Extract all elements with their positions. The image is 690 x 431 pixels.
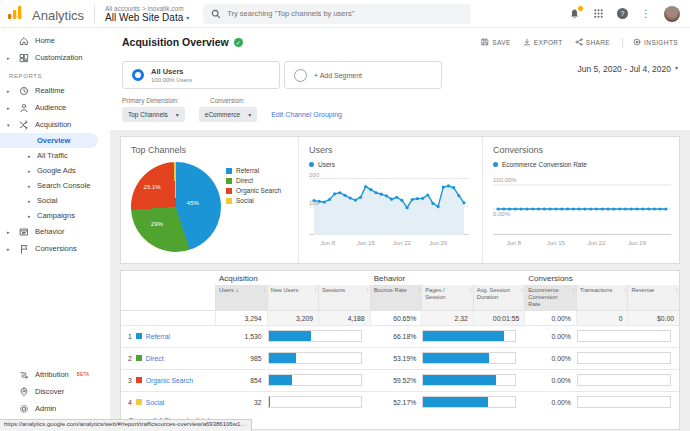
metric-value: 32 bbox=[215, 391, 267, 413]
table-row-referral: 1Referral1,53066.18%0.00% bbox=[121, 325, 679, 347]
avatar[interactable] bbox=[664, 6, 680, 22]
sidebar-item-label: Discover bbox=[35, 387, 64, 396]
column-header-transactions[interactable]: Transactions↕ bbox=[576, 285, 628, 310]
save-icon bbox=[481, 38, 489, 47]
sidebar-item-social[interactable]: ▸Social bbox=[0, 193, 110, 208]
conversion-dropdown[interactable]: eCommerce▾ bbox=[199, 107, 257, 122]
sidebar-item-all-traffic[interactable]: ▸All Traffic bbox=[0, 148, 110, 163]
more-options-icon[interactable]: ⋮ bbox=[641, 8, 651, 19]
sidebar-item-customization[interactable]: ▸Customization bbox=[0, 49, 110, 66]
legend-swatch-icon bbox=[226, 168, 232, 174]
account-breadcrumb: All accounts > inovatik.com bbox=[105, 5, 189, 12]
channel-link[interactable]: Organic Search bbox=[146, 377, 193, 384]
row-rank: 3 bbox=[128, 377, 132, 384]
sidebar-item-attribution[interactable]: AttributionBETA bbox=[0, 366, 110, 383]
search-input[interactable] bbox=[227, 9, 463, 18]
conversions-panel: Conversions Ecommerce Conversion Rate 10… bbox=[483, 137, 679, 263]
save-button[interactable]: SAVE bbox=[481, 38, 510, 47]
add-segment-button[interactable]: + Add Segment bbox=[284, 61, 442, 89]
group-header-acquisition: Acquisition bbox=[215, 271, 370, 285]
bar-fill bbox=[269, 331, 311, 341]
share-button[interactable]: SHARE bbox=[575, 38, 610, 47]
column-header-sessions[interactable]: Sessions↕ bbox=[318, 285, 370, 310]
sidebar-item-overview[interactable]: Overview bbox=[0, 133, 98, 148]
export-button[interactable]: EXPORT bbox=[523, 38, 563, 47]
bar-track bbox=[268, 396, 362, 408]
segment-detail: 100.00% Users bbox=[151, 77, 192, 83]
sidebar-item-search-console[interactable]: ▸Search Console bbox=[0, 178, 110, 193]
metric-value: 1,530 bbox=[215, 325, 267, 347]
column-header-users[interactable]: Users↓↕ bbox=[215, 285, 267, 310]
sidebar-item-conversions[interactable]: ▸Conversions bbox=[0, 240, 110, 257]
date-range-picker[interactable]: Jun 5, 2020 - Jul 4, 2020 ▾ bbox=[577, 61, 678, 89]
sidebar-item-acquisition[interactable]: ▾Acquisition bbox=[0, 116, 110, 133]
chevron-down-icon: ▾ bbox=[176, 111, 179, 118]
chevron-right-icon: ▸ bbox=[28, 153, 33, 159]
sidebar-item-audience[interactable]: ▸Audience bbox=[0, 99, 110, 116]
total-sessions: 4,188 bbox=[318, 310, 370, 325]
sort-toggle-icon: ↕ bbox=[315, 287, 318, 293]
global-search[interactable] bbox=[203, 4, 471, 24]
table-row-social: 4Social3252.17%0.00% bbox=[121, 391, 679, 413]
conversions-line-chart[interactable]: 100.00%0.00% bbox=[493, 173, 671, 239]
sidebar-item-realtime[interactable]: ▸Realtime bbox=[0, 82, 110, 99]
total-avg-session-duration: 00:01:55 bbox=[473, 310, 525, 325]
sidebar-item-campaigns[interactable]: ▸Campaigns bbox=[0, 208, 110, 223]
legend-item-social: Social bbox=[226, 197, 281, 204]
legend-label: Organic Search bbox=[236, 187, 281, 194]
segment-ring-icon bbox=[132, 69, 144, 81]
sidebar-item-label: Search Console bbox=[37, 181, 90, 190]
sidebar-item-behavior[interactable]: ▸Behavior bbox=[0, 223, 110, 240]
primary-dimension-dropdown[interactable]: Top Channels▾ bbox=[122, 107, 185, 122]
table-row-direct: 2Direct98553.19%0.00% bbox=[121, 347, 679, 369]
chevron-right-icon: ▸ bbox=[7, 105, 12, 111]
behavior-icon bbox=[18, 227, 29, 237]
notifications-bell-icon[interactable] bbox=[569, 8, 580, 20]
top-channels-pie-chart[interactable]: 45%29%25.1% bbox=[131, 162, 221, 252]
y-axis-tick-label: 0.00% bbox=[493, 211, 510, 217]
chevron-right-icon: ▸ bbox=[7, 55, 12, 61]
users-panel: Users Users 200100 Jun 8Jun 15Jun 22Jun … bbox=[299, 137, 483, 263]
column-header-new-users[interactable]: New Users↕ bbox=[267, 285, 319, 310]
sidebar-item-label: Attribution bbox=[35, 370, 69, 379]
top-header: Analytics All accounts > inovatik.com Al… bbox=[0, 0, 690, 28]
channel-swatch-icon bbox=[136, 355, 142, 361]
channel-cell: 4Social bbox=[121, 391, 215, 413]
sort-desc-icon: ↓ bbox=[236, 287, 239, 293]
sidebar-item-label: All Traffic bbox=[37, 151, 68, 160]
primary-dimension-label: Primary Dimension: bbox=[122, 97, 210, 104]
legend-swatch-icon bbox=[226, 178, 232, 184]
pie-chart-title: Top Channels bbox=[131, 145, 290, 155]
analytics-logo[interactable]: Analytics bbox=[8, 5, 84, 23]
legend-item-direct: Direct bbox=[226, 177, 281, 184]
column-header-avg-session-duration[interactable]: Avg. Session Duration↕ bbox=[473, 285, 525, 310]
sidebar-item-google-ads[interactable]: ▸Google Ads bbox=[0, 163, 110, 178]
edit-channel-grouping-link[interactable]: Edit Channel Grouping bbox=[271, 111, 342, 118]
channel-link[interactable]: Referral bbox=[146, 333, 170, 340]
column-label: Pages / Session bbox=[425, 287, 445, 300]
insights-button[interactable]: INSIGHTS bbox=[622, 38, 678, 47]
apps-grid-icon[interactable] bbox=[593, 8, 604, 19]
sidebar-item-label: Behavior bbox=[35, 227, 65, 236]
chevron-right-icon: ▸ bbox=[28, 213, 33, 219]
sidebar-item-home[interactable]: Home bbox=[0, 32, 110, 49]
bar-track bbox=[268, 374, 362, 386]
sort-toggle-icon: ↕ bbox=[676, 287, 679, 293]
users-line-chart[interactable]: 200100 bbox=[309, 173, 474, 239]
channel-swatch-icon bbox=[136, 399, 142, 405]
column-header-bounce-rate[interactable]: Bounce Rate↕ bbox=[370, 285, 422, 310]
channel-link[interactable]: Direct bbox=[146, 355, 164, 362]
channel-link[interactable]: Social bbox=[146, 399, 165, 406]
sort-toggle-icon: ↕ bbox=[366, 287, 369, 293]
column-header-ecommerce-conversion-rate[interactable]: Ecommerce Conversion Rate↕ bbox=[524, 285, 576, 310]
column-label: Transactions bbox=[580, 287, 612, 293]
chevron-right-icon: ▸ bbox=[28, 168, 33, 174]
sidebar-item-admin[interactable]: Admin bbox=[0, 400, 110, 417]
segment-all-users[interactable]: All Users 100.00% Users bbox=[122, 61, 280, 89]
column-header-pages-session[interactable]: Pages / Session↕ bbox=[421, 285, 473, 310]
column-header-revenue[interactable]: Revenue↕ bbox=[627, 285, 679, 310]
group-header-behavior: Behavior bbox=[370, 271, 525, 285]
help-icon[interactable]: ? bbox=[617, 8, 628, 19]
sidebar-item-discover[interactable]: Discover bbox=[0, 383, 110, 400]
account-switcher[interactable]: All accounts > inovatik.com All Web Site… bbox=[105, 5, 189, 23]
